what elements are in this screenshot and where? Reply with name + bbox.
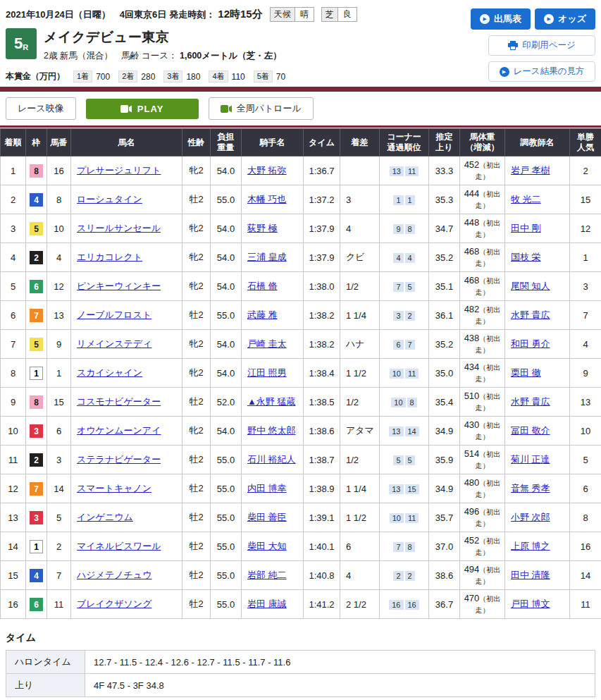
horse-name-link[interactable]: スカイシャイン [77, 367, 142, 378]
horse-name-link[interactable]: ピンキーウィンキー [77, 281, 161, 291]
horse-name-link[interactable]: ブレイクザソング [77, 598, 151, 609]
frame-cell: 4 [26, 185, 47, 214]
horse-number: 6 [47, 417, 71, 446]
win-popularity: 9 [570, 359, 601, 388]
sex-age: 牝2 [182, 330, 211, 359]
play-button[interactable]: PLAY [86, 99, 199, 119]
trainer-link[interactable]: 尾関 知人 [511, 281, 550, 291]
trainer-link[interactable]: 菊川 正達 [511, 454, 550, 465]
body-weight-note: （初出走） [476, 479, 501, 498]
results-guide-button[interactable]: ▶ レース結果の見方 [488, 61, 595, 82]
finish-position: 15 [1, 561, 26, 590]
jockey-link[interactable]: 戸崎 圭太 [247, 338, 287, 349]
horse-name-link[interactable]: ローシュタイン [77, 194, 142, 204]
trainer-link[interactable]: 冨田 敬介 [511, 425, 550, 436]
jockey-cell: 石川 裕紀人 [242, 446, 304, 474]
body-weight-note: （初出走） [476, 393, 501, 412]
horse-name-link[interactable]: プレサージュリフト [77, 165, 161, 176]
trainer-link[interactable]: 戸田 博文 [511, 598, 550, 609]
odds-button[interactable]: ▶ オッズ [535, 8, 595, 30]
body-weight: 430 [464, 419, 480, 430]
jockey-link[interactable]: 荻野 極 [247, 223, 278, 233]
frame-number-badge: 3 [30, 511, 43, 524]
trainer-link[interactable]: 国枝 栄 [511, 252, 541, 262]
jockey-cell: 石橋 脩 [242, 272, 304, 301]
jockey-link[interactable]: 石川 裕紀人 [247, 454, 296, 465]
horse-name-cell: ステラナビゲーター [71, 446, 182, 474]
jockey-cell: 岩田 康誠 [242, 590, 304, 619]
nav-buttons-row: ▶ 出馬表 ▶ オッズ [471, 8, 595, 30]
prize-item: 4着110 [209, 70, 244, 82]
body-weight: 448 [464, 217, 480, 228]
horse-name-link[interactable]: マイネルビスワール [77, 541, 161, 551]
trainer-link[interactable]: 水野 貴広 [511, 396, 550, 407]
jockey-link[interactable]: 木幡 巧也 [247, 194, 287, 204]
trainer-link[interactable]: 和田 勇介 [511, 338, 550, 349]
trainer-link[interactable]: 牧 光二 [511, 194, 541, 204]
margin: 3 [340, 185, 380, 214]
trainer-link[interactable]: 岩戸 孝樹 [511, 165, 550, 176]
trainer-link[interactable]: 田中 清隆 [511, 570, 550, 580]
print-page-button[interactable]: 印刷用ページ [488, 35, 595, 56]
col-corner-order: コーナー 通過順位 [380, 129, 429, 156]
trainer-link[interactable]: 田中 剛 [511, 223, 541, 233]
result-row: 5 6 12 ピンキーウィンキー 牝2 54.0 石橋 脩 1:38.0 1/2… [1, 272, 601, 301]
horse-name-link[interactable]: リメインステディ [77, 338, 151, 349]
horse-name-link[interactable]: コスモナビゲーター [77, 396, 161, 407]
horse-name-link[interactable]: ノーブルフロスト [77, 309, 151, 320]
frame-number-badge: 8 [30, 164, 43, 178]
frame-number-badge: 1 [30, 540, 43, 553]
jockey-link[interactable]: 内田 博幸 [247, 483, 287, 493]
finish-position: 4 [1, 243, 26, 272]
carried-weight: 54.0 [211, 272, 242, 301]
jockey-link[interactable]: 柴田 大知 [247, 541, 287, 551]
jockey-link[interactable]: 石橋 脩 [247, 281, 278, 291]
carried-weight: 55.0 [211, 474, 242, 503]
horse-name-link[interactable]: スリールサンセール [77, 223, 161, 233]
trainer-link[interactable]: 水野 貴広 [511, 309, 550, 320]
weather-value: 晴 [295, 8, 314, 21]
trainer-cell: 岩戸 孝樹 [505, 156, 570, 185]
jockey-link[interactable]: 柴田 善臣 [247, 512, 287, 522]
jockey-link[interactable]: 岩田 康誠 [247, 598, 287, 609]
page-header: 2021年10月24日（日曜） 4回東京6日 発走時刻： 12時15分 天候 晴… [0, 0, 601, 87]
body-weight-cell: 482（初出走） [460, 301, 505, 330]
body-weight-cell: 468（初出走） [460, 272, 505, 301]
carried-weight: 55.0 [211, 503, 242, 532]
jockey-link[interactable]: 三浦 皇成 [247, 252, 287, 262]
horse-name-link[interactable]: インゲニウム [77, 512, 133, 522]
horse-number: 14 [47, 474, 71, 503]
horse-name-link[interactable]: エリカコレクト [77, 252, 142, 262]
trainer-link[interactable]: 小野 次郎 [511, 512, 550, 522]
horse-name-cell: ピンキーウィンキー [71, 272, 182, 301]
col-popularity: 単勝 人気 [570, 129, 601, 156]
horse-name-link[interactable]: オウケンムーンアイ [77, 425, 161, 436]
corner-position-chip: 14 [405, 426, 419, 436]
last-3f-time: 35.0 [429, 359, 460, 388]
trainer-link[interactable]: 栗田 徹 [511, 367, 541, 378]
trainer-link[interactable]: 音無 秀孝 [511, 483, 550, 493]
jockey-link[interactable]: 大野 拓弥 [247, 165, 287, 176]
race-video-button[interactable]: レース映像 [6, 97, 76, 120]
finish-time: 1:40.1 [304, 532, 340, 561]
horse-name-link[interactable]: ハジメテノチュウ [77, 570, 151, 580]
horse-number: 3 [47, 446, 71, 474]
jockey-cell: 柴田 善臣 [242, 503, 304, 532]
body-weight: 470 [464, 593, 480, 603]
jockey-link[interactable]: ▲永野 猛蔵 [247, 396, 295, 407]
jockey-link[interactable]: 岩部 純二 [247, 570, 287, 580]
horse-name-link[interactable]: ステラナビゲーター [77, 454, 161, 465]
jockey-link[interactable]: 野中 悠太郎 [247, 425, 296, 436]
horse-name-link[interactable]: スマートキャノン [77, 483, 151, 493]
jockey-link[interactable]: 武藤 雅 [247, 309, 278, 320]
body-weight-note: （初出走） [476, 364, 501, 383]
jockey-link[interactable]: 江田 照男 [247, 367, 287, 378]
margin: 4 [340, 214, 380, 243]
corner-position-chip: 15 [405, 484, 419, 494]
corner-position-chip: 2 [393, 571, 403, 581]
entries-button[interactable]: ▶ 出馬表 [471, 8, 531, 30]
result-row: 4 2 4 エリカコレクト 牝2 54.0 三浦 皇成 1:37.9 クビ 44… [1, 243, 601, 272]
patrol-video-button[interactable]: 全周パトロール [209, 97, 314, 120]
trainer-link[interactable]: 上原 博之 [511, 541, 550, 551]
horse-number: 11 [47, 590, 71, 619]
